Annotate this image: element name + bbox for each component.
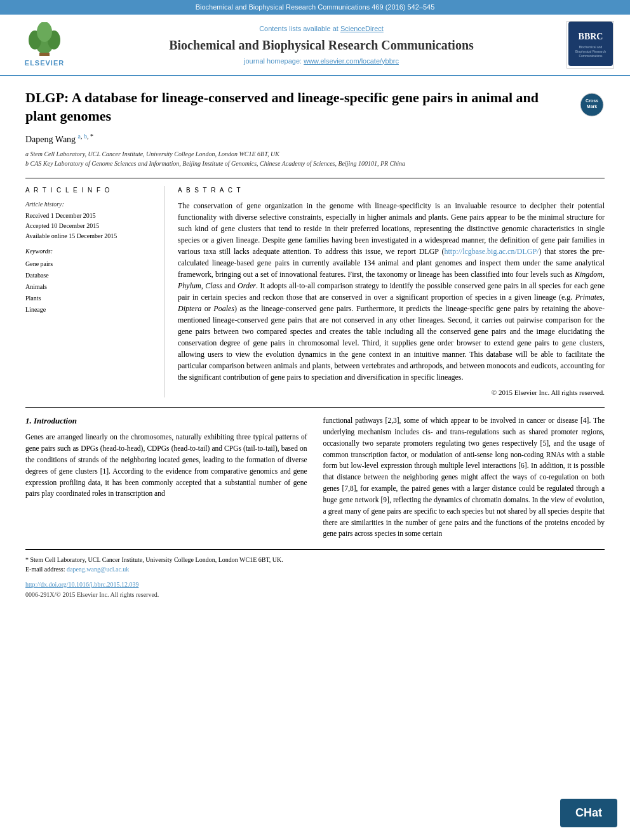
- affil-b-link[interactable]: b: [84, 133, 87, 140]
- section-title: 1. Introduction: [25, 415, 307, 427]
- homepage-label: journal homepage:: [244, 57, 302, 65]
- svg-text:Biochemical and: Biochemical and: [579, 45, 602, 49]
- sciencedirect-link[interactable]: ScienceDirect: [340, 25, 384, 32]
- journal-issue-bar: Biochemical and Biophysical Research Com…: [0, 0, 630, 15]
- chat-button[interactable]: CHat: [560, 799, 617, 827]
- section-title-text: Introduction: [34, 416, 77, 425]
- rights-text: 0006-291X/© 2015 Elsevier Inc. All right…: [25, 590, 605, 599]
- introduction-right-text: functional pathways [2,3], some of which…: [323, 415, 605, 540]
- section-num: 1.: [25, 416, 32, 425]
- dlgp-link[interactable]: http://lcgbase.big.ac.cn/DLGP/: [444, 247, 539, 256]
- svg-text:BBRC: BBRC: [578, 32, 603, 41]
- svg-text:Biophysical Research: Biophysical Research: [575, 50, 605, 53]
- abstract-column: A B S T R A C T The conservation of gene…: [178, 186, 605, 397]
- keyword-3: Animals: [25, 281, 155, 293]
- accepted-date: Accepted 10 December 2015: [25, 222, 155, 230]
- elsevier-logo-section: ELSEVIER: [13, 22, 76, 68]
- introduction-left: 1. Introduction Genes are arranged linea…: [25, 415, 307, 540]
- keywords-label: Keywords:: [25, 247, 155, 256]
- svg-text:Communications: Communications: [579, 54, 603, 58]
- footnote-star: * Stem Cell Laboratory, UCL Cancer Insti…: [25, 555, 605, 564]
- article-info-header: A R T I C L E I N F O: [25, 186, 155, 195]
- svg-rect-6: [568, 22, 613, 66]
- bbrc-logo: BBRC Biochemical and Biophysical Researc…: [566, 21, 614, 69]
- footnote-section: * Stem Cell Laboratory, UCL Cancer Insti…: [25, 549, 605, 574]
- doi-section: http://dx.doi.org/10.1016/j.bbrc.2015.12…: [25, 580, 605, 599]
- doi-link[interactable]: http://dx.doi.org/10.1016/j.bbrc.2015.12…: [25, 581, 138, 588]
- homepage-link[interactable]: www.elsevier.com/locate/ybbrc: [304, 57, 399, 65]
- journal-title: Biochemical and Biophysical Research Com…: [83, 36, 560, 54]
- main-content: DLGP: A database for lineage-conserved a…: [0, 76, 630, 612]
- introduction-two-col: 1. Introduction Genes are arranged linea…: [25, 415, 605, 540]
- email-link[interactable]: dapeng.wang@ucl.ac.uk: [67, 566, 129, 573]
- available-date: Available online 15 December 2015: [25, 232, 155, 241]
- keyword-2: Database: [25, 270, 155, 281]
- svg-rect-5: [39, 53, 50, 56]
- svg-text:Cross: Cross: [586, 98, 598, 103]
- article-title-section: DLGP: A database for lineage-conserved a…: [25, 89, 605, 125]
- author-superscripts: a, b, *: [78, 133, 93, 140]
- elsevier-label: ELSEVIER: [25, 58, 64, 68]
- svg-text:Mark: Mark: [587, 104, 597, 109]
- affil-a-link[interactable]: a: [78, 133, 81, 140]
- article-history-label: Article history:: [25, 200, 155, 209]
- keywords-list: Gene pairs Database Animals Plants Linea…: [25, 258, 155, 316]
- crossmark-badge: Cross Mark: [579, 92, 605, 117]
- footnote-email: E-mail address: dapeng.wang@ucl.ac.uk: [25, 564, 605, 574]
- article-info-abstract-section: A R T I C L E I N F O Article history: R…: [25, 178, 605, 397]
- journal-header: ELSEVIER Contents lists available at Sci…: [0, 15, 630, 76]
- article-info-column: A R T I C L E I N F O Article history: R…: [25, 186, 165, 397]
- sciencedirect-label: Contents lists available at ScienceDirec…: [83, 24, 560, 34]
- received-date: Received 1 December 2015: [25, 211, 155, 220]
- author-name: Dapeng Wang: [25, 134, 76, 143]
- journal-issue-text: Biochemical and Biophysical Research Com…: [196, 3, 435, 11]
- doi-url: http://dx.doi.org/10.1016/j.bbrc.2015.12…: [25, 580, 605, 589]
- affiliation-b: b CAS Key Laboratory of Genome Sciences …: [25, 159, 605, 168]
- keyword-4: Plants: [25, 293, 155, 304]
- bbrc-logo-section: BBRC Biochemical and Biophysical Researc…: [566, 21, 617, 69]
- affiliations: a Stem Cell Laboratory, UCL Cancer Insti…: [25, 149, 605, 168]
- keyword-5: Lineage: [25, 304, 155, 316]
- article-title: DLGP: A database for lineage-conserved a…: [25, 89, 573, 125]
- svg-point-4: [37, 22, 52, 42]
- abstract-header: A B S T R A C T: [178, 186, 605, 195]
- elsevier-logo: ELSEVIER: [13, 22, 76, 68]
- email-label: E-mail address:: [25, 566, 65, 573]
- authors: Dapeng Wang a, b, *: [25, 132, 605, 145]
- keyword-1: Gene pairs: [25, 258, 155, 270]
- introduction-right: functional pathways [2,3], some of which…: [323, 415, 605, 540]
- abstract-text: The conservation of gene organization in…: [178, 200, 605, 383]
- elsevier-tree-icon: [19, 22, 70, 57]
- introduction-section: 1. Introduction Genes are arranged linea…: [25, 407, 605, 540]
- copyright: © 2015 Elsevier Inc. All rights reserved…: [178, 388, 605, 397]
- journal-homepage: journal homepage: www.elsevier.com/locat…: [83, 57, 560, 66]
- introduction-left-text: Genes are arranged linearly on the chrom…: [25, 432, 307, 500]
- journal-header-center: Contents lists available at ScienceDirec…: [83, 24, 560, 67]
- footnote-star-note: * Stem Cell Laboratory, UCL Cancer Insti…: [25, 556, 283, 563]
- affiliation-a: a Stem Cell Laboratory, UCL Cancer Insti…: [25, 149, 605, 159]
